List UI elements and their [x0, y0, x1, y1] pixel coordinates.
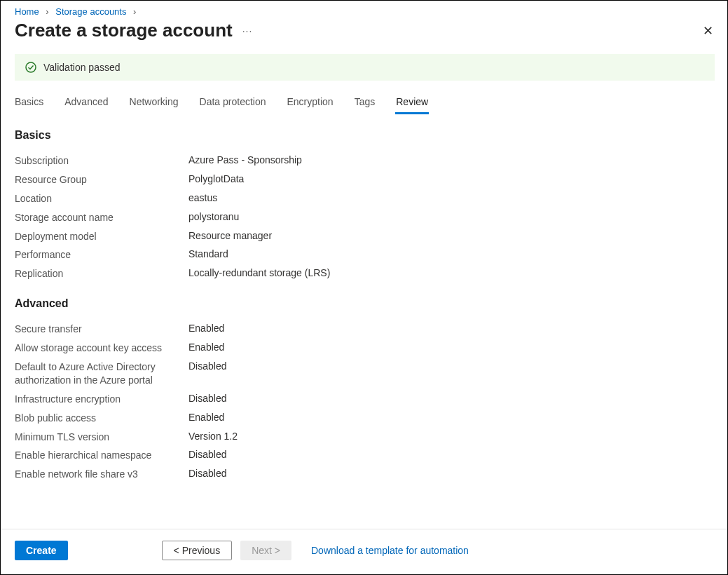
review-row-value: Disabled [188, 393, 226, 404]
review-row-label: Minimum TLS version [15, 431, 188, 444]
review-row-value: Enabled [188, 412, 224, 423]
review-row-value: Disabled [188, 449, 226, 460]
review-row-label: Deployment model [15, 230, 188, 243]
review-scroll-area[interactable]: Basics SubscriptionAzure Pass - Sponsors… [1, 115, 727, 487]
review-row: Infrastructure encryptionDisabled [15, 390, 715, 409]
page-title: Create a storage account [15, 20, 233, 41]
review-row-value: PolyglotData [188, 173, 244, 184]
review-row: Minimum TLS versionVersion 1.2 [15, 428, 715, 447]
review-row-label: Allow storage account key access [15, 341, 188, 355]
review-row-label: Location [15, 192, 188, 205]
svg-point-0 [26, 62, 36, 72]
review-row-label: Enable network file share v3 [15, 468, 188, 481]
review-row-value: Disabled [188, 468, 226, 479]
review-row: Locationeastus [15, 189, 715, 208]
review-row-value: Resource manager [188, 230, 272, 241]
review-row-value: Disabled [188, 360, 226, 372]
close-icon[interactable]: ✕ [703, 23, 713, 39]
chevron-right-icon: › [133, 6, 136, 17]
review-row-label: Blob public access [15, 412, 188, 425]
review-row-value: Enabled [188, 323, 224, 334]
breadcrumb: Home › Storage accounts › [1, 1, 727, 17]
review-row-label: Performance [15, 248, 188, 262]
review-row: ReplicationLocally-redundant storage (LR… [15, 264, 715, 283]
review-row-value: eastus [188, 192, 217, 203]
section-heading-advanced: Advanced [15, 297, 715, 310]
tab-advanced[interactable]: Advanced [64, 93, 108, 114]
create-button[interactable]: Create [15, 541, 68, 560]
breadcrumb-home[interactable]: Home [15, 6, 39, 17]
tab-tags[interactable]: Tags [355, 93, 376, 114]
review-row-label: Resource Group [15, 173, 188, 187]
review-row-value: Version 1.2 [188, 431, 238, 442]
review-row: Storage account namepolystoranu [15, 208, 715, 227]
review-row-label: Default to Azure Active Directory author… [15, 360, 188, 387]
review-row-value: Enabled [188, 341, 224, 353]
review-row-label: Storage account name [15, 211, 188, 224]
review-row: Deployment modelResource manager [15, 227, 715, 246]
tab-encryption[interactable]: Encryption [287, 93, 334, 114]
review-row-value: Standard [188, 248, 228, 259]
wizard-footer: Create < Previous Next > Download a temp… [1, 529, 727, 560]
review-row-value: Locally-redundant storage (LRS) [188, 267, 330, 278]
review-row: Secure transferEnabled [15, 320, 715, 339]
previous-button[interactable]: < Previous [162, 541, 233, 560]
breadcrumb-storage-accounts[interactable]: Storage accounts [55, 6, 126, 17]
check-circle-icon [25, 62, 36, 73]
tab-data-protection[interactable]: Data protection [200, 93, 266, 114]
more-actions-icon[interactable]: ··· [242, 25, 253, 36]
review-row: PerformanceStandard [15, 245, 715, 264]
wizard-tabs: Basics Advanced Networking Data protecti… [1, 83, 727, 115]
review-row-label: Enable hierarchical namespace [15, 449, 188, 462]
chevron-right-icon: › [46, 6, 48, 17]
review-row: Resource GroupPolyglotData [15, 170, 715, 189]
review-row: Blob public accessEnabled [15, 409, 715, 428]
review-row: Enable network file share v3Disabled [15, 465, 715, 484]
review-row-label: Secure transfer [15, 323, 188, 336]
review-row: SubscriptionAzure Pass - Sponsorship [15, 151, 715, 170]
next-button: Next > [240, 541, 291, 560]
review-row-label: Infrastructure encryption [15, 393, 188, 406]
tab-networking[interactable]: Networking [130, 93, 179, 114]
review-row: Enable hierarchical namespaceDisabled [15, 446, 715, 465]
review-row-value: polystoranu [188, 211, 239, 222]
tab-basics[interactable]: Basics [15, 93, 43, 114]
tab-review[interactable]: Review [396, 93, 428, 114]
download-template-link[interactable]: Download a template for automation [311, 545, 469, 556]
review-row-value: Azure Pass - Sponsorship [188, 154, 302, 165]
section-heading-basics: Basics [15, 129, 715, 142]
review-row: Default to Azure Active Directory author… [15, 358, 715, 390]
validation-text: Validation passed [43, 62, 120, 73]
review-row-label: Subscription [15, 154, 188, 168]
validation-banner: Validation passed [15, 54, 715, 81]
review-row-label: Replication [15, 267, 188, 280]
review-row: Allow storage account key accessEnabled [15, 339, 715, 358]
